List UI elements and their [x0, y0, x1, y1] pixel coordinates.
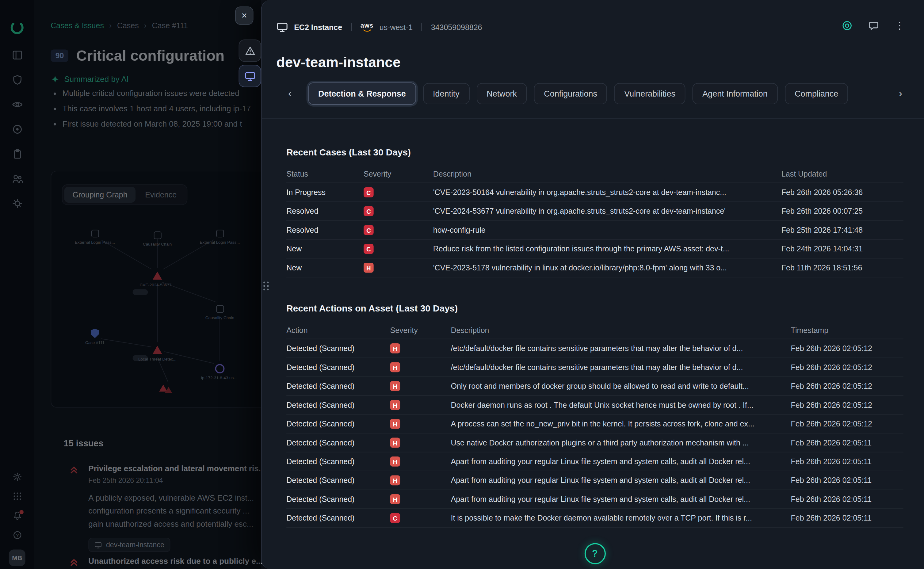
- case-description: 'CVE-2024-53677 vulnerability in org.apa…: [433, 207, 781, 216]
- action-description: Use native Docker authorization plugins …: [451, 438, 791, 447]
- recent-cases-title: Recent Cases (Last 30 Days): [286, 119, 903, 158]
- action-description: /etc/default/docker file contains sensit…: [451, 344, 791, 353]
- divider: [421, 23, 422, 31]
- severity-badge: C: [390, 513, 400, 523]
- panel-header: EC2 Instance aws us-west-1 343059098826: [277, 21, 482, 33]
- panel-tab[interactable]: Network: [477, 83, 527, 104]
- alerts-panel-toggle[interactable]: [239, 40, 261, 62]
- action-row[interactable]: Detected (Scanned) H A process can set t…: [286, 415, 903, 434]
- asset-panel-toggle[interactable]: [239, 65, 261, 87]
- comments-button[interactable]: [868, 20, 879, 31]
- action-row[interactable]: Detected (Scanned) H Apart from auditing…: [286, 471, 903, 490]
- action-description: It is possible to make the Docker daemon…: [451, 514, 791, 522]
- tabs-scroll-right-button[interactable]: ›: [894, 87, 907, 100]
- panel-tabs: Detection & ResponseIdentityNetworkConfi…: [308, 82, 848, 105]
- action-type: Detected (Scanned): [286, 514, 390, 522]
- panel-toggle-rail: [239, 40, 261, 87]
- chevron-left-icon: ‹: [288, 87, 292, 99]
- action-description: /etc/default/docker file contains sensit…: [451, 363, 791, 372]
- help-button[interactable]: ?: [584, 543, 605, 564]
- recent-cases-section: Recent Cases (Last 30 Days) Status Sever…: [286, 119, 903, 277]
- scan-status-button[interactable]: [842, 20, 853, 31]
- action-description: Apart from auditing your regular Linux f…: [451, 476, 791, 485]
- case-description: Reduce risk from the listed configuratio…: [433, 244, 781, 253]
- action-row[interactable]: Detected (Scanned) H /etc/default/docker…: [286, 358, 903, 377]
- action-severity-cell: H: [390, 343, 451, 353]
- case-row[interactable]: In Progress C 'CVE-2023-50164 vulnerabil…: [286, 183, 903, 202]
- case-last-updated: Feb 26th 2026 05:26:36: [781, 188, 903, 197]
- severity-badge: H: [390, 343, 400, 353]
- action-row[interactable]: Detected (Scanned) H /etc/default/docker…: [286, 339, 903, 358]
- case-last-updated: Feb 26th 2026 00:07:25: [781, 207, 903, 216]
- action-description: Apart from auditing your regular Linux f…: [451, 457, 791, 466]
- case-description: 'CVE-2023-50164 vulnerability in org.apa…: [433, 188, 781, 197]
- action-timestamp: Feb 26th 2026 02:05:12: [791, 382, 903, 391]
- action-timestamp: Feb 26th 2026 02:05:12: [791, 344, 903, 353]
- recent-actions-table: Action Severity Description Timestamp De…: [286, 321, 903, 528]
- action-severity-cell: H: [390, 438, 451, 448]
- monitor-icon: [244, 70, 256, 82]
- asset-type-label: EC2 Instance: [294, 23, 342, 32]
- severity-badge: C: [363, 206, 374, 216]
- asset-detail-panel: EC2 Instance aws us-west-1 343059098826 …: [261, 0, 924, 569]
- action-timestamp: Feb 26th 2026 02:05:12: [791, 419, 903, 428]
- action-type: Detected (Scanned): [286, 495, 390, 504]
- action-timestamp: Feb 26th 2026 02:05:11: [791, 438, 903, 447]
- severity-badge: H: [390, 381, 400, 391]
- action-severity-cell: H: [390, 475, 451, 485]
- recent-actions-section: Recent Actions on Asset (Last 30 Days) A…: [286, 277, 903, 528]
- action-type: Detected (Scanned): [286, 363, 390, 372]
- action-type: Detected (Scanned): [286, 382, 390, 391]
- action-severity-cell: H: [390, 362, 451, 373]
- panel-tab[interactable]: Identity: [423, 83, 470, 104]
- severity-badge: H: [390, 438, 400, 448]
- action-severity-cell: C: [390, 513, 451, 523]
- panel-resize-handle[interactable]: [263, 281, 269, 290]
- table-header-row: Action Severity Description Timestamp: [286, 321, 903, 339]
- modal-scrim[interactable]: [0, 0, 261, 569]
- action-row[interactable]: Detected (Scanned) H Apart from auditing…: [286, 490, 903, 509]
- panel-tab[interactable]: Configurations: [534, 83, 607, 104]
- action-row[interactable]: Detected (Scanned) C It is possible to m…: [286, 509, 903, 528]
- action-row[interactable]: Detected (Scanned) H Only root and membe…: [286, 377, 903, 396]
- kebab-icon: ⋮: [895, 21, 905, 30]
- case-severity-cell: C: [363, 206, 433, 216]
- severity-badge: H: [390, 456, 400, 467]
- case-row[interactable]: Resolved C how-config-rule Feb 25th 2026…: [286, 221, 903, 239]
- panel-tab[interactable]: Detection & Response: [308, 82, 416, 105]
- column-header: Action: [286, 326, 390, 335]
- radar-icon: [842, 20, 853, 31]
- case-last-updated: Feb 24th 2026 14:04:31: [781, 244, 903, 253]
- close-icon: ×: [242, 11, 247, 21]
- tabs-scroll-left-button[interactable]: ‹: [284, 87, 296, 100]
- action-severity-cell: H: [390, 400, 451, 410]
- action-row[interactable]: Detected (Scanned) H Use native Docker a…: [286, 434, 903, 452]
- case-row[interactable]: New C Reduce risk from the listed config…: [286, 240, 903, 259]
- asset-name-title: dev-team-instance: [277, 54, 401, 71]
- case-row[interactable]: New H 'CVE-2023-5178 vulnerability in li…: [286, 259, 903, 277]
- case-last-updated: Feb 11th 2026 18:51:56: [781, 263, 903, 272]
- more-actions-button[interactable]: ⋮: [895, 21, 905, 30]
- case-row[interactable]: Resolved C 'CVE-2024-53677 vulnerability…: [286, 202, 903, 221]
- screen: ? MB Cases & Issues › Cases › Case #111 …: [0, 0, 924, 569]
- panel-tab[interactable]: Vulnerabilities: [614, 83, 685, 104]
- action-type: Detected (Scanned): [286, 476, 390, 485]
- panel-tab[interactable]: Agent Information: [693, 83, 778, 104]
- severity-badge: H: [390, 400, 400, 410]
- severity-badge: H: [390, 362, 400, 373]
- severity-badge: H: [390, 419, 400, 429]
- action-row[interactable]: Detected (Scanned) H Apart from auditing…: [286, 452, 903, 471]
- case-severity-cell: C: [363, 225, 433, 235]
- table-header-row: Status Severity Description Last Updated: [286, 165, 903, 183]
- ec2-instance-icon: [277, 21, 288, 33]
- action-row[interactable]: Detected (Scanned) H Docker daemon runs …: [286, 396, 903, 414]
- severity-badge: H: [390, 475, 400, 485]
- column-header: Last Updated: [781, 169, 903, 178]
- action-description: Docker daemon runs as root . The default…: [451, 400, 791, 409]
- panel-tab[interactable]: Compliance: [784, 83, 848, 104]
- recent-cases-table: Status Severity Description Last Updated…: [286, 165, 903, 277]
- close-panel-button[interactable]: ×: [235, 6, 254, 25]
- recent-cases-rows: In Progress C 'CVE-2023-50164 vulnerabil…: [286, 183, 903, 277]
- action-description: Apart from auditing your regular Linux f…: [451, 495, 791, 504]
- severity-badge: H: [390, 494, 400, 504]
